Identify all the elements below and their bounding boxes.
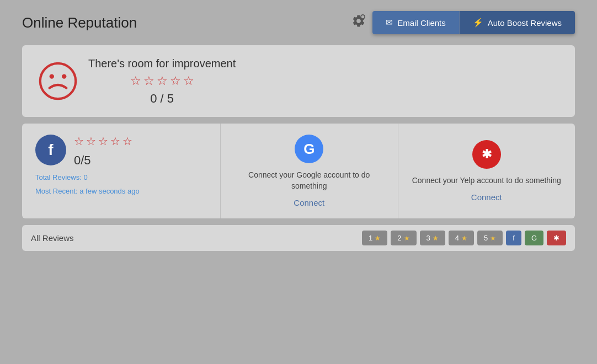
star-4: ☆ [170, 74, 181, 88]
reviews-bar: All Reviews 1 ★ 2 ★ 3 ★ 4 ★ 5 ★ f G ✱ [22, 225, 575, 251]
fb-star-1: ☆ [74, 135, 84, 148]
fb-details: ☆ ☆ ☆ ☆ ☆ 0/5 [74, 135, 132, 168]
email-icon: ✉ [386, 18, 393, 28]
yelp-connect-text: Connect your Yelp account to do somethin… [412, 175, 561, 186]
most-recent-value: a few seconds ago [79, 187, 139, 195]
star-1: ☆ [130, 74, 141, 88]
svg-point-2 [40, 63, 76, 99]
facebook-panel: f ☆ ☆ ☆ ☆ ☆ 0/5 Total Reviews: 0 Most [22, 124, 221, 218]
google-connect-text: Connect your Google account to do someth… [234, 170, 385, 191]
filter-google[interactable]: G [525, 231, 543, 245]
boost-icon: ⚡ [473, 18, 483, 28]
total-reviews-label: Total Reviews: [35, 173, 82, 181]
google-panel: G Connect your Google account to do some… [221, 124, 398, 218]
auto-boost-label: Auto Boost Reviews [488, 18, 562, 28]
star-icon: ★ [375, 234, 381, 242]
header-buttons: ✉ Email Clients ⚡ Auto Boost Reviews [372, 11, 575, 34]
fb-most-recent: Most Recent: a few seconds ago [35, 187, 207, 195]
page-title: Online Reputation [22, 14, 137, 31]
top-summary-card: There's room for improvement ☆ ☆ ☆ ☆ ☆ 0… [22, 45, 575, 117]
google-connect-button[interactable]: Connect [294, 198, 324, 207]
fb-star-5: ☆ [122, 135, 132, 148]
google-icon: G [295, 135, 323, 163]
yelp-connect-button[interactable]: Connect [471, 192, 502, 202]
summary-stars: ☆ ☆ ☆ ☆ ☆ [130, 74, 194, 88]
star-5: ☆ [183, 74, 194, 88]
yelp-panel: ✱ Connect your Yelp account to do someth… [398, 124, 575, 218]
filter-5-star[interactable]: 5 ★ [477, 231, 503, 245]
star-icon: ★ [404, 234, 410, 242]
yelp-icon: ✱ [472, 140, 501, 169]
facebook-avatar: f [35, 135, 66, 165]
rating-summary: There's room for improvement ☆ ☆ ☆ ☆ ☆ 0… [88, 56, 236, 106]
fb-total-reviews: Total Reviews: 0 [35, 173, 207, 181]
fb-star-4: ☆ [110, 135, 120, 148]
fb-top-row: f ☆ ☆ ☆ ☆ ☆ 0/5 [35, 135, 207, 168]
most-recent-label: Most Recent: [35, 187, 78, 195]
fb-star-2: ☆ [86, 135, 96, 148]
svg-point-4 [62, 74, 66, 78]
fb-star-3: ☆ [98, 135, 108, 148]
filter-facebook[interactable]: f [506, 231, 521, 245]
all-reviews-label: All Reviews [31, 233, 74, 243]
email-clients-button[interactable]: ✉ Email Clients [372, 11, 459, 34]
svg-point-1 [361, 15, 364, 18]
summary-text: There's room for improvement [88, 56, 236, 71]
settings-icon[interactable] [351, 14, 366, 31]
star-2: ☆ [143, 74, 154, 88]
header: Online Reputation ✉ Email Clients ⚡ Auto… [0, 0, 597, 45]
star-icon: ★ [433, 234, 439, 242]
svg-point-3 [50, 74, 54, 78]
total-reviews-value: 0 [83, 173, 87, 181]
filter-4-star[interactable]: 4 ★ [449, 231, 474, 245]
filter-3-star[interactable]: 3 ★ [420, 231, 445, 245]
bottom-panels: f ☆ ☆ ☆ ☆ ☆ 0/5 Total Reviews: 0 Most [22, 124, 575, 218]
auto-boost-button[interactable]: ⚡ Auto Boost Reviews [459, 11, 575, 34]
fb-stars: ☆ ☆ ☆ ☆ ☆ [74, 135, 132, 148]
email-clients-label: Email Clients [397, 18, 446, 28]
summary-score: 0 / 5 [150, 92, 174, 106]
filter-1-star[interactable]: 1 ★ [362, 231, 387, 245]
filter-2-star[interactable]: 2 ★ [391, 231, 416, 245]
header-right: ✉ Email Clients ⚡ Auto Boost Reviews [351, 11, 575, 34]
fb-score: 0/5 [74, 153, 132, 168]
sad-face-icon [39, 62, 77, 100]
star-icon: ★ [461, 234, 467, 242]
filter-yelp[interactable]: ✱ [547, 231, 566, 245]
main-content: There's room for improvement ☆ ☆ ☆ ☆ ☆ 0… [22, 45, 575, 251]
star-icon: ★ [490, 234, 496, 242]
star-3: ☆ [157, 74, 168, 88]
filter-buttons: 1 ★ 2 ★ 3 ★ 4 ★ 5 ★ f G ✱ [362, 231, 566, 245]
